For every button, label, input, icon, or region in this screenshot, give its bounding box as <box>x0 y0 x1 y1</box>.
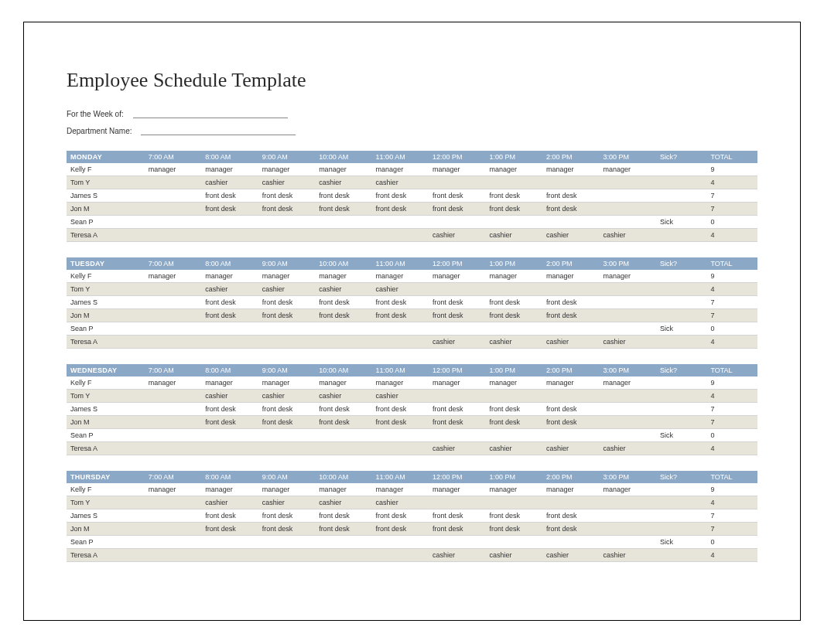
shift-cell: cashier <box>600 336 656 349</box>
employee-name: James S <box>67 509 145 523</box>
shift-cell: front desk <box>258 523 315 536</box>
hour-header: 1:00 PM <box>486 257 542 270</box>
total-cell: 0 <box>706 536 757 549</box>
shift-cell <box>315 536 371 549</box>
sick-cell: Sick <box>656 536 706 549</box>
shift-cell: cashier <box>258 390 315 403</box>
shift-cell: front desk <box>542 509 599 523</box>
shift-cell: manager <box>258 377 315 390</box>
shift-cell: manager <box>542 377 599 390</box>
shift-cell: manager <box>429 270 485 283</box>
shift-cell <box>145 176 201 189</box>
employee-name: Sean P <box>67 429 145 442</box>
total-cell: 7 <box>706 523 757 536</box>
shift-cell: cashier <box>372 390 429 403</box>
total-header: TOTAL <box>706 364 757 377</box>
shift-cell <box>145 336 201 349</box>
shift-cell: front desk <box>372 309 429 322</box>
day-block: THURSDAY7:00 AM8:00 AM9:00 AM10:00 AM11:… <box>67 471 757 562</box>
shift-cell <box>145 309 201 322</box>
employee-name: Jon M <box>67 309 145 322</box>
shift-cell <box>486 390 542 403</box>
shift-cell: front desk <box>258 416 315 429</box>
shift-cell: manager <box>372 163 429 176</box>
employee-name: Jon M <box>67 523 145 536</box>
total-cell: 4 <box>706 442 757 455</box>
shift-cell <box>372 549 429 562</box>
shift-cell: front desk <box>486 403 542 416</box>
sick-cell <box>656 523 706 536</box>
total-cell: 7 <box>706 296 757 309</box>
shift-cell <box>201 429 258 442</box>
shift-cell <box>145 509 201 523</box>
shift-cell: front desk <box>201 296 258 309</box>
document-page: Employee Schedule Template For the Week … <box>23 22 801 621</box>
total-header: TOTAL <box>706 257 757 270</box>
hour-header: 9:00 AM <box>258 151 315 163</box>
shift-cell: front desk <box>542 523 599 536</box>
employee-name: Sean P <box>67 322 145 336</box>
total-header: TOTAL <box>706 151 757 163</box>
table-row: Sean PSick0 <box>67 429 757 442</box>
total-cell: 4 <box>706 390 757 403</box>
shift-cell: front desk <box>486 296 542 309</box>
shift-cell: manager <box>486 163 542 176</box>
shift-cell: front desk <box>258 296 315 309</box>
shift-cell: front desk <box>372 403 429 416</box>
sick-cell: Sick <box>656 429 706 442</box>
sick-cell <box>656 483 706 496</box>
sick-header: Sick? <box>656 364 706 377</box>
shift-cell: cashier <box>429 442 485 455</box>
hour-header: 3:00 PM <box>600 151 656 163</box>
shift-cell: manager <box>429 483 485 496</box>
employee-name: Tom Y <box>67 390 145 403</box>
shift-cell <box>542 216 599 229</box>
shift-cell <box>600 403 656 416</box>
shift-cell: front desk <box>258 189 315 203</box>
hour-header: 7:00 AM <box>145 364 201 377</box>
shift-cell <box>315 336 371 349</box>
shift-cell <box>258 549 315 562</box>
shift-cell <box>201 216 258 229</box>
shift-cell <box>600 523 656 536</box>
shift-cell <box>542 429 599 442</box>
week-of-line[interactable] <box>133 109 288 118</box>
shift-cell: manager <box>600 483 656 496</box>
shift-cell: manager <box>258 270 315 283</box>
page-title: Employee Schedule Template <box>67 69 757 92</box>
shift-cell: front desk <box>542 403 599 416</box>
sick-cell <box>656 309 706 322</box>
shift-cell <box>258 429 315 442</box>
employee-name: Kelly F <box>67 377 145 390</box>
shift-cell <box>600 390 656 403</box>
total-cell: 7 <box>706 189 757 203</box>
schedule-table: MONDAY7:00 AM8:00 AM9:00 AM10:00 AM11:00… <box>67 151 757 242</box>
sick-cell <box>656 509 706 523</box>
table-row: Tom Ycashiercashiercashiercashier4 <box>67 176 757 189</box>
shift-cell: cashier <box>201 176 258 189</box>
employee-name: Tom Y <box>67 283 145 296</box>
sick-cell <box>656 390 706 403</box>
department-field: Department Name: <box>67 126 757 135</box>
hour-header: 1:00 PM <box>486 364 542 377</box>
employee-name: Kelly F <box>67 270 145 283</box>
hour-header: 12:00 PM <box>429 151 485 163</box>
shift-cell <box>201 536 258 549</box>
shift-cell: cashier <box>542 549 599 562</box>
shift-cell: manager <box>315 377 371 390</box>
table-row: Jon Mfront deskfront deskfront deskfront… <box>67 203 757 216</box>
shift-cell: front desk <box>201 403 258 416</box>
shift-cell: manager <box>372 483 429 496</box>
employee-name: Jon M <box>67 203 145 216</box>
table-row: James Sfront deskfront deskfront deskfro… <box>67 296 757 309</box>
shift-cell: manager <box>315 163 371 176</box>
shift-cell: front desk <box>372 523 429 536</box>
shift-cell: cashier <box>486 442 542 455</box>
shift-cell <box>145 322 201 336</box>
total-cell: 4 <box>706 229 757 242</box>
department-line[interactable] <box>141 126 296 135</box>
shift-cell <box>600 496 656 509</box>
shift-cell <box>372 336 429 349</box>
shift-cell <box>145 296 201 309</box>
shift-cell <box>145 403 201 416</box>
